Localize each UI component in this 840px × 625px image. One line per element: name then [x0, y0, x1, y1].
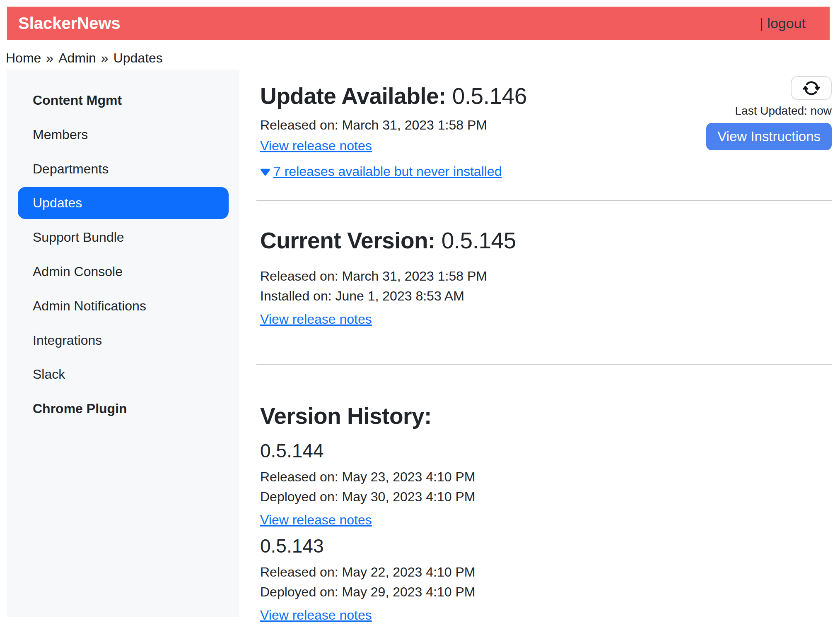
- current-released-on: Released on: March 31, 2023 1:58 PM: [260, 266, 832, 286]
- caret-down-icon: [260, 168, 270, 177]
- sidebar-item-chrome-plugin[interactable]: Chrome Plugin: [18, 393, 229, 425]
- current-installed-on: Installed on: June 1, 2023 8:53 AM: [260, 286, 832, 306]
- breadcrumb-separator: »: [101, 50, 109, 66]
- history-released-on: Released on: May 22, 2023 4:10 PM: [260, 562, 832, 582]
- history-release-notes-link[interactable]: View release notes: [260, 512, 372, 527]
- page-layout: Content Mgmt Members Departments Updates…: [0, 70, 840, 625]
- refresh-button[interactable]: [791, 76, 832, 100]
- sidebar-item-members[interactable]: Members: [18, 119, 229, 151]
- update-released-on: Released on: March 31, 2023 1:58 PM: [260, 115, 527, 135]
- history-release-notes-link[interactable]: View release notes: [260, 608, 372, 623]
- breadcrumb-admin[interactable]: Admin: [58, 50, 96, 66]
- history-deployed-on: Deployed on: May 29, 2023 4:10 PM: [260, 582, 832, 602]
- top-navbar: SlackerNews | logout: [7, 7, 830, 40]
- history-released-on: Released on: May 23, 2023 4:10 PM: [260, 467, 832, 487]
- releases-toggle-link[interactable]: 7 releases available but never installed: [273, 162, 502, 181]
- refresh-icon: [803, 79, 820, 97]
- history-deployed-on: Deployed on: May 30, 2023 4:10 PM: [260, 487, 832, 507]
- sidebar-item-content-mgmt[interactable]: Content Mgmt: [18, 84, 229, 116]
- section-divider: [256, 364, 832, 365]
- update-available-info: Update Available: 0.5.146 Released on: M…: [260, 83, 527, 181]
- update-available-title: Update Available: 0.5.146: [260, 83, 527, 109]
- sidebar-item-admin-notifications[interactable]: Admin Notifications: [18, 290, 229, 322]
- update-available-section: Update Available: 0.5.146 Released on: M…: [260, 83, 832, 181]
- current-release-notes-link[interactable]: View release notes: [260, 312, 372, 327]
- update-available-version: 0.5.146: [452, 83, 527, 109]
- update-actions: Last Updated: now View Instructions: [706, 76, 832, 150]
- brand-logo[interactable]: SlackerNews: [18, 14, 121, 33]
- sidebar-item-admin-console[interactable]: Admin Console: [18, 256, 229, 288]
- breadcrumb-current: Updates: [113, 50, 163, 66]
- view-instructions-button[interactable]: View Instructions: [706, 123, 832, 150]
- releases-toggle[interactable]: 7 releases available but never installed: [260, 162, 527, 181]
- admin-sidebar: Content Mgmt Members Departments Updates…: [7, 70, 239, 617]
- version-history-entry: 0.5.143 Released on: May 22, 2023 4:10 P…: [260, 535, 832, 625]
- current-version-label: Current Version:: [260, 228, 435, 253]
- main-content: Update Available: 0.5.146 Released on: M…: [260, 83, 832, 625]
- current-version-title: Current Version: 0.5.145: [260, 227, 832, 254]
- version-history-entry: 0.5.144 Released on: May 23, 2023 4:10 P…: [260, 440, 832, 530]
- sidebar-item-updates[interactable]: Updates: [18, 187, 229, 219]
- version-history-title: Version History:: [260, 403, 832, 429]
- history-version-number: 0.5.143: [260, 535, 832, 557]
- last-updated-text: Last Updated: now: [735, 104, 832, 118]
- history-version-number: 0.5.144: [260, 440, 832, 462]
- sidebar-item-slack[interactable]: Slack: [18, 358, 229, 390]
- current-version-number: 0.5.145: [442, 228, 516, 253]
- current-version-section: Current Version: 0.5.145 Released on: Ma…: [260, 227, 832, 329]
- breadcrumb-separator: »: [46, 50, 53, 66]
- sidebar-item-departments[interactable]: Departments: [18, 153, 229, 185]
- breadcrumb-home[interactable]: Home: [6, 50, 41, 66]
- section-divider: [256, 200, 832, 201]
- sidebar-item-support-bundle[interactable]: Support Bundle: [18, 221, 229, 253]
- update-available-label: Update Available:: [260, 83, 446, 109]
- version-history-section: Version History: 0.5.144 Released on: Ma…: [260, 403, 832, 625]
- logout-link[interactable]: | logout: [760, 15, 806, 31]
- update-release-notes-link[interactable]: View release notes: [260, 138, 372, 153]
- sidebar-item-integrations[interactable]: Integrations: [18, 325, 229, 356]
- breadcrumb: Home » Admin » Updates: [6, 50, 840, 66]
